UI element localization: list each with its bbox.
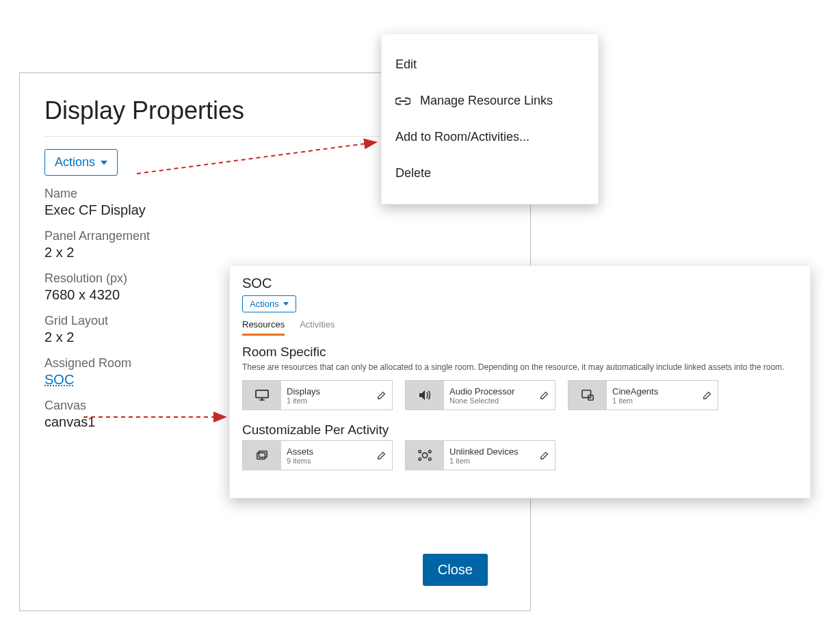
card-audioproc-sub: None Selected xyxy=(449,397,534,405)
section-per-activity-heading: Customizable Per Activity xyxy=(242,422,798,438)
menu-item-manage-resource-links[interactable]: Manage Resource Links xyxy=(382,83,598,119)
card-displays-title: Displays xyxy=(287,386,371,397)
menu-item-edit[interactable]: Edit xyxy=(382,46,598,83)
card-cineagents-title: CineAgents xyxy=(612,386,697,397)
card-unlinked-sub: 1 item xyxy=(449,457,534,465)
menu-item-manage-label: Manage Resource Links xyxy=(420,94,553,108)
edit-cineagents-button[interactable] xyxy=(697,390,718,400)
tab-activities[interactable]: Activities xyxy=(300,319,335,336)
tab-resources[interactable]: Resources xyxy=(242,319,285,336)
menu-item-add-to-room[interactable]: Add to Room/Activities... xyxy=(382,119,598,155)
close-button[interactable]: Close xyxy=(423,554,488,586)
edit-assets-button[interactable] xyxy=(371,451,392,460)
devices-icon xyxy=(406,441,444,470)
caret-down-icon xyxy=(283,302,289,306)
room-specific-card-row: Displays 1 item Audio Processor None Sel… xyxy=(242,380,798,410)
actions-label: Actions xyxy=(55,155,95,170)
speaker-icon xyxy=(406,381,444,410)
card-displays: Displays 1 item xyxy=(242,380,393,410)
card-audio-processor: Audio Processor None Selected xyxy=(405,380,556,410)
svg-rect-1 xyxy=(582,390,591,398)
soc-actions-label: Actions xyxy=(250,299,279,309)
card-displays-sub: 1 item xyxy=(287,397,371,405)
actions-dropdown-button[interactable]: Actions xyxy=(44,149,118,176)
card-unlinked-title: Unlinked Devices xyxy=(449,446,534,457)
soc-tab-row: Resources Activities xyxy=(242,319,798,336)
svg-point-6 xyxy=(422,453,427,457)
soc-room-panel: SOC Actions Resources Activities Room Sp… xyxy=(229,265,811,498)
edit-audioproc-button[interactable] xyxy=(534,390,555,400)
section-room-specific-desc: These are resources that can only be all… xyxy=(242,362,798,372)
edit-unlinked-button[interactable] xyxy=(534,451,555,460)
section-room-specific-heading: Room Specific xyxy=(242,345,798,360)
menu-item-edit-label: Edit xyxy=(395,57,417,72)
link-icon xyxy=(395,96,410,106)
card-unlinked-devices: Unlinked Devices 1 item xyxy=(405,440,556,470)
monitor-icon xyxy=(243,381,281,410)
actions-dropdown-menu: Edit Manage Resource Links Add to Room/A… xyxy=(381,33,599,204)
svg-rect-4 xyxy=(257,453,265,459)
agent-icon xyxy=(569,381,607,410)
card-assets: Assets 9 items xyxy=(242,440,393,470)
svg-rect-5 xyxy=(259,451,267,457)
svg-point-3 xyxy=(590,397,592,399)
edit-displays-button[interactable] xyxy=(371,390,392,400)
soc-actions-dropdown-button[interactable]: Actions xyxy=(242,295,296,312)
card-audioproc-title: Audio Processor xyxy=(449,386,534,397)
field-value-name: Exec CF Display xyxy=(44,202,506,218)
menu-item-delete[interactable]: Delete xyxy=(382,155,598,191)
svg-point-10 xyxy=(428,458,431,461)
card-cineagents: CineAgents 1 item xyxy=(568,380,718,410)
svg-point-7 xyxy=(419,451,421,453)
svg-rect-0 xyxy=(256,390,268,398)
caret-down-icon xyxy=(101,161,107,165)
menu-item-delete-label: Delete xyxy=(395,166,431,180)
field-label-arrangement: Panel Arrangement xyxy=(44,229,506,243)
card-assets-sub: 9 items xyxy=(287,457,371,465)
card-assets-title: Assets xyxy=(287,446,371,457)
per-activity-card-row: Assets 9 items Unlinked Devices 1 item xyxy=(242,440,798,470)
menu-item-addroom-label: Add to Room/Activities... xyxy=(395,130,530,144)
svg-point-9 xyxy=(419,458,421,461)
field-value-arrangement: 2 x 2 xyxy=(44,245,506,260)
card-cineagents-sub: 1 item xyxy=(612,397,697,405)
soc-title: SOC xyxy=(242,276,798,291)
svg-point-8 xyxy=(428,451,431,453)
stack-icon xyxy=(243,441,281,470)
